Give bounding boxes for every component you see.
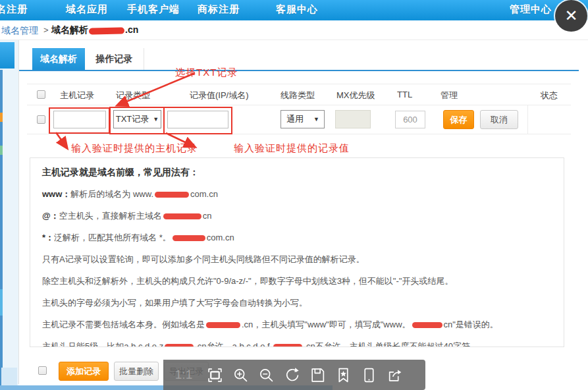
nav-item-trademark[interactable]: 商标注册 xyxy=(198,3,240,16)
annotation-value-hint: 输入验证时提供的记录值 xyxy=(234,142,350,155)
fit-screen-icon[interactable] xyxy=(206,366,223,383)
nav-item-support[interactable]: 客服中心 xyxy=(276,3,318,16)
nav-item-domain-apps[interactable]: 域名应用 xyxy=(66,3,108,16)
help-text-segment: com.cn xyxy=(190,189,218,199)
row-checkbox[interactable] xyxy=(37,115,45,124)
column-divider xyxy=(527,105,528,134)
close-icon: ✕ xyxy=(564,8,577,24)
breadcrumb-current: 域名解析 xyxy=(51,24,88,36)
help-text-segment: 解析后的域名为 www. xyxy=(70,189,153,199)
column-header-manage: 管理 xyxy=(441,90,458,101)
help-text-segment: cn"是错误的。 xyxy=(444,320,498,329)
help-text-segment: .cn，主机头填写"www"即可，填写成"www。 xyxy=(242,320,411,329)
help-text-segment: www： xyxy=(42,189,70,199)
ttl-input[interactable] xyxy=(395,111,425,128)
help-text-segment: 泛解析，匹配其他所有域名 *。 xyxy=(54,233,171,242)
background-fragment xyxy=(0,289,3,316)
device-icon[interactable] xyxy=(360,366,377,383)
redaction-mark xyxy=(273,344,302,347)
help-line: 除空主机头和泛解析外，主机头的构成只允许"0-9/a-z/-"，即数字字母中划线… xyxy=(42,275,564,287)
help-text-segment: 空主机头，直接解析主域名 xyxy=(59,211,162,221)
top-nav-bar: 名注册 域名应用 手机客户端 商标注册 客服中心 管理中心▼ xyxy=(0,0,588,20)
help-text-segment: @： xyxy=(42,211,59,221)
help-text-segment: cn xyxy=(203,211,212,221)
help-line: @：空主机头，直接解析主域名cn xyxy=(42,210,564,222)
help-text-segment: 只有A记录可以设置轮询，即可以添加多个同主机头同线路但不同记录值的解析记录。 xyxy=(42,254,365,264)
annotation-host-hint: 输入验证时提供的主机记录 xyxy=(71,142,198,155)
annotation-box-value-input xyxy=(163,107,232,134)
redaction-mark xyxy=(206,322,240,328)
select-all-checkbox[interactable] xyxy=(37,90,45,99)
chevron-down-icon: ▼ xyxy=(313,116,319,123)
redaction-mark xyxy=(89,28,124,35)
background-page-strip xyxy=(0,40,18,390)
help-line: 主机记录不需要包括域名本身。例如域名是.cn，主机头填写"www"即可，填写成"… xyxy=(42,319,564,331)
background-fragment xyxy=(0,113,3,122)
annotation-select-txt: 选择TXT记录 xyxy=(175,67,238,79)
domain-dns-page: 名注册 域名应用 手机客户端 商标注册 客服中心 管理中心▼ ✕ 域名管理 > … xyxy=(0,0,588,390)
help-line: 只有A记录可以设置轮询，即可以添加多个同主机头同线路但不同记录值的解析记录。 xyxy=(42,254,564,265)
redaction-mark xyxy=(412,322,442,328)
cancel-button[interactable]: 取消 xyxy=(480,110,518,129)
help-text-segment: 主机头的字母必须为小写，如果用户填了大写字母会自动转换为小写。 xyxy=(42,298,307,308)
annotation-box-type-select xyxy=(109,107,165,134)
bookmark-icon[interactable] xyxy=(334,366,352,383)
save-icon[interactable] xyxy=(309,366,326,383)
help-line: 主机头的字母必须为小写，如果用户填了大写字母会自动转换为小写。 xyxy=(42,297,564,309)
help-box: 主机记录就是域名前缀，常见用法有： www：解析后的域名为 www.com.cn… xyxy=(30,157,564,347)
redaction-mark xyxy=(155,192,189,198)
help-text-segment: .cn允许，a.b.c.d.e.f. xyxy=(195,341,272,347)
rotate-icon[interactable] xyxy=(283,366,300,383)
zoom-level-label: 1:1 xyxy=(170,368,198,382)
breadcrumb-domain-management[interactable]: 域名管理 xyxy=(1,25,38,37)
breadcrumb: 域名管理 > 域名解析 .cn xyxy=(0,20,588,40)
main-panel: 域名解析 操作记录 主机记录 记录类型 记录值(IP/域名) 线路类型 MX优先… xyxy=(18,40,578,384)
batch-delete-button[interactable]: 批量删除 xyxy=(114,362,159,381)
help-line: www：解析后的域名为 www.com.cn xyxy=(42,188,564,200)
help-text-segment: 主机记录不需要包括域名本身。例如域名是 xyxy=(42,320,205,329)
nav-item-account-center[interactable]: 管理中心▼ xyxy=(510,3,562,16)
help-line: 主机头只能5级，比如a.b.c.d.e.z.cn允许，a.b.c.d.e.f..… xyxy=(42,341,564,347)
column-header-host: 主机记录 xyxy=(60,90,94,101)
zoom-in-icon[interactable] xyxy=(232,366,249,383)
table-header-row: 主机记录 记录类型 记录值(IP/域名) 线路类型 MX优先级 TTL 管理 状… xyxy=(27,84,571,105)
help-title: 主机记录就是域名前缀，常见用法有： xyxy=(42,167,564,179)
nav-item-mobile-client[interactable]: 手机客户端 xyxy=(127,3,180,16)
column-header-status: 状态 xyxy=(541,90,558,101)
screenshot-viewer-toolbar: 1:1 xyxy=(163,360,425,390)
help-text-segment: 主机头只能5级，比如a.b.c.d.e.z xyxy=(42,341,163,347)
mx-priority-field-disabled xyxy=(335,110,371,128)
help-text-segment: .cn不允许，主机头单级长度不能超过40字符。 xyxy=(304,341,479,347)
tab-dns-records[interactable]: 域名解析 xyxy=(32,48,85,70)
account-center-label: 管理中心 xyxy=(510,3,552,14)
column-header-ttl: TTL xyxy=(397,90,412,99)
background-fragment xyxy=(0,42,14,69)
help-text-segment: *： xyxy=(42,233,54,242)
column-header-mx: MX优先级 xyxy=(336,90,375,101)
help-text-segment: 除空主机头和泛解析外，主机头的构成只允许"0-9/a-z/-"，即数字字母中划线… xyxy=(42,276,453,286)
line-type-value: 通用 xyxy=(286,113,304,125)
footer-select-all-checkbox[interactable] xyxy=(38,366,47,375)
help-line: *：泛解析，匹配其他所有域名 *。com.cn xyxy=(42,232,564,244)
tab-underline xyxy=(19,70,579,71)
zoom-out-icon[interactable] xyxy=(257,366,275,383)
add-record-button[interactable]: 添加记录 xyxy=(59,362,109,381)
background-fragment xyxy=(0,146,3,155)
column-header-line: 线路类型 xyxy=(281,90,315,101)
tab-operation-log[interactable]: 操作记录 xyxy=(85,48,144,70)
save-button[interactable]: 保存 xyxy=(443,110,474,129)
column-header-value: 记录值(IP/域名) xyxy=(190,90,249,101)
share-icon[interactable] xyxy=(386,366,403,383)
help-lines: www：解析后的域名为 www.com.cn@：空主机头，直接解析主域名cn*：… xyxy=(42,188,564,347)
redaction-mark xyxy=(173,235,205,241)
nav-item-domain-register[interactable]: 名注册 xyxy=(0,3,28,16)
breadcrumb-domain-suffix: .cn xyxy=(125,24,138,35)
close-button[interactable]: ✕ xyxy=(555,0,587,32)
breadcrumb-separator: > xyxy=(43,25,49,35)
line-type-select[interactable]: 通用▼ xyxy=(281,110,325,128)
column-header-type: 记录类型 xyxy=(116,90,150,101)
redaction-mark xyxy=(163,213,201,219)
annotation-box-host-input xyxy=(49,107,110,134)
redaction-mark xyxy=(165,344,194,347)
help-text-segment: com.cn xyxy=(207,233,234,242)
